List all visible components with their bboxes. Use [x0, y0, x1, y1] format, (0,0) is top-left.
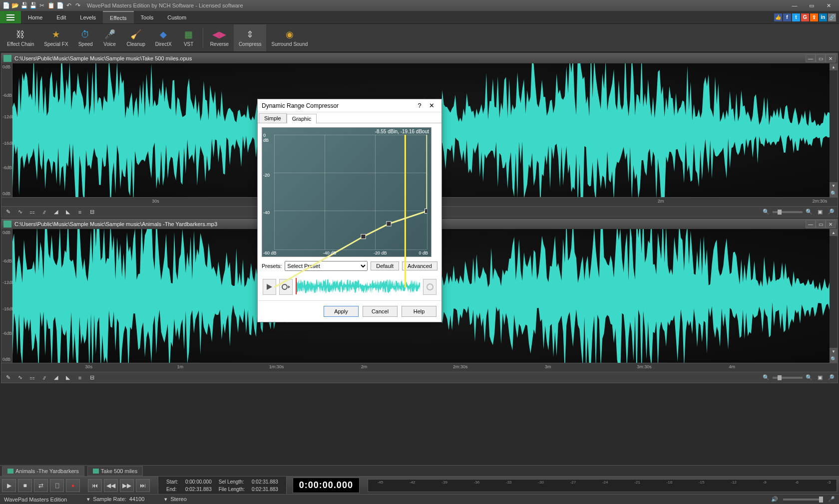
fade-in-icon[interactable]: ◢ — [51, 374, 60, 382]
rewind-button[interactable]: ◀◀ — [104, 479, 118, 492]
file-minimize-button[interactable]: — — [806, 54, 816, 62]
voice-button[interactable]: 🎤Voice — [98, 24, 122, 51]
menu-tools[interactable]: Tools — [134, 11, 161, 23]
list-icon[interactable]: ≡ — [75, 374, 84, 382]
tab-simple[interactable]: Simple — [259, 113, 287, 123]
undo-icon[interactable]: ↶ — [65, 1, 73, 9]
dropdown-icon[interactable]: ▾ — [164, 496, 167, 503]
align-icon[interactable]: ⊟ — [87, 208, 96, 216]
like-icon[interactable]: 👍 — [774, 13, 782, 21]
reverse-button[interactable]: ◀▶Reverse — [205, 24, 234, 51]
dialog-help-button[interactable]: ? — [414, 102, 425, 109]
fade-out-icon[interactable]: ◣ — [63, 208, 72, 216]
pencil-icon[interactable]: ✎ — [3, 374, 12, 382]
cleanup-button[interactable]: 🧹Cleanup — [122, 24, 150, 51]
effect-chain-button[interactable]: ⛓Effect Chain — [2, 24, 39, 51]
apply-button[interactable]: Apply — [324, 306, 359, 317]
google-icon[interactable]: G — [801, 13, 809, 21]
time-ruler-2[interactable]: 30s 1m 1m:30s 2m 2m:30s 3m 3m:30s 4m — [1, 363, 838, 372]
window-close-button[interactable]: ✕ — [820, 0, 837, 11]
zoom-fit-icon[interactable]: ▣ — [816, 208, 825, 216]
vst-button[interactable]: ▦VST — [177, 24, 201, 51]
new-icon[interactable]: 📄 — [2, 1, 10, 9]
zoom-slider[interactable] — [773, 211, 803, 213]
menu-edit[interactable]: Edit — [49, 11, 73, 23]
zoom-out-icon[interactable]: 🔍 — [762, 374, 771, 382]
zoom-in-icon[interactable]: 🔍 — [805, 374, 814, 382]
redo-icon[interactable]: ↷ — [74, 1, 82, 9]
stop-button[interactable]: ■ — [18, 479, 32, 492]
region-button[interactable]: ⎕ — [50, 479, 64, 492]
zoom-sel-icon[interactable]: 🔎 — [827, 374, 836, 382]
speaker-icon[interactable]: 🔊 — [771, 496, 778, 503]
scroll-track[interactable] — [830, 236, 838, 348]
scroll-down-icon[interactable]: ▼ — [830, 348, 838, 355]
dropdown-icon[interactable]: ▾ — [87, 496, 90, 503]
wave-mode3-icon[interactable]: ⫽ — [39, 374, 48, 382]
menu-custom[interactable]: Custom — [160, 11, 193, 23]
vertical-scrollbar[interactable]: ▲ ▼ 🔍 — [830, 63, 838, 197]
fade-in-icon[interactable]: ◢ — [51, 208, 60, 216]
compressor-graph[interactable]: -8.55 dBin, -19.16 dBout 0 dB -20 -40 -6… — [262, 127, 431, 257]
pencil-icon[interactable]: ✎ — [3, 208, 12, 216]
mic-icon[interactable]: 🎤 — [828, 496, 835, 503]
linkedin-icon[interactable]: in — [819, 13, 827, 21]
dialog-close-button[interactable]: ✕ — [425, 102, 437, 109]
zoom-in-icon[interactable]: 🔍 — [830, 355, 838, 363]
open-icon[interactable]: 📂 — [11, 1, 19, 9]
compress-button[interactable]: ⇕Compress — [234, 24, 267, 51]
file-minimize-button[interactable]: — — [806, 220, 816, 228]
share-icon[interactable]: ⇪ — [810, 13, 818, 21]
hamburger-menu-button[interactable] — [0, 11, 21, 23]
tab-graphic[interactable]: Graphic — [287, 114, 317, 123]
twitter-icon[interactable]: t — [792, 13, 800, 21]
record-button[interactable]: ● — [66, 479, 80, 492]
file-maximize-button[interactable]: ▭ — [816, 220, 826, 228]
scroll-track[interactable] — [830, 70, 838, 182]
scroll-up-icon[interactable]: ▲ — [830, 63, 838, 70]
zoom-out-icon[interactable]: 🔍 — [762, 208, 771, 216]
play-button[interactable]: ▶ — [2, 479, 16, 492]
menu-levels[interactable]: Levels — [73, 11, 103, 23]
skip-end-button[interactable]: ⏭ — [136, 479, 150, 492]
file-header-1[interactable]: C:\Users\Public\Music\Sample Music\Sampl… — [1, 53, 838, 63]
window-minimize-button[interactable]: — — [786, 0, 803, 11]
help-button[interactable]: Help — [402, 306, 436, 317]
special-fx-button[interactable]: ★Special FX — [39, 24, 73, 51]
surround-button[interactable]: ◉Surround Sound — [266, 24, 313, 51]
paste-icon[interactable]: 📄 — [56, 1, 64, 9]
window-restore-button[interactable]: ▭ — [803, 0, 820, 11]
volume-slider[interactable] — [783, 499, 823, 501]
doc-tab-take500[interactable]: Take 500 miles — [87, 466, 143, 476]
zoom-slider[interactable] — [773, 377, 803, 379]
zoom-in-icon[interactable]: 🔍 — [805, 208, 814, 216]
wave-mode1-icon[interactable]: ∿ — [15, 208, 24, 216]
forward-button[interactable]: ▶▶ — [120, 479, 134, 492]
fade-out-icon[interactable]: ◣ — [63, 374, 72, 382]
save-icon[interactable]: 💾 — [20, 1, 28, 9]
facebook-icon[interactable]: f — [783, 13, 791, 21]
file-close-button[interactable]: ✕ — [826, 54, 836, 62]
doc-tab-animals[interactable]: Animals -The Yardbarkers — [2, 466, 84, 476]
zoom-sel-icon[interactable]: 🔎 — [827, 208, 836, 216]
wave-mode3-icon[interactable]: ⫽ — [39, 208, 48, 216]
vertical-scrollbar[interactable]: ▲ ▼ 🔍 — [830, 229, 838, 363]
file-close-button[interactable]: ✕ — [826, 220, 836, 228]
cut-icon[interactable]: ✂ — [38, 1, 46, 9]
link-icon[interactable]: 🔗 — [828, 13, 836, 21]
wave-mode1-icon[interactable]: ∿ — [15, 374, 24, 382]
directx-button[interactable]: ◆DirectX — [150, 24, 177, 51]
menu-effects[interactable]: Effects — [103, 11, 133, 23]
speed-button[interactable]: ⏱Speed — [73, 24, 98, 51]
list-icon[interactable]: ≡ — [75, 208, 84, 216]
scroll-up-icon[interactable]: ▲ — [830, 229, 838, 236]
align-icon[interactable]: ⊟ — [87, 374, 96, 382]
zoom-in-icon[interactable]: 🔍 — [830, 189, 838, 197]
file-maximize-button[interactable]: ▭ — [816, 54, 826, 62]
zoom-fit-icon[interactable]: ▣ — [816, 374, 825, 382]
skip-start-button[interactable]: ⏮ — [88, 479, 102, 492]
scroll-down-icon[interactable]: ▼ — [830, 182, 838, 189]
dialog-titlebar[interactable]: Dynamic Range Compressor ? ✕ — [258, 99, 441, 112]
graph-curve[interactable] — [274, 135, 427, 287]
menu-home[interactable]: Home — [21, 11, 49, 23]
